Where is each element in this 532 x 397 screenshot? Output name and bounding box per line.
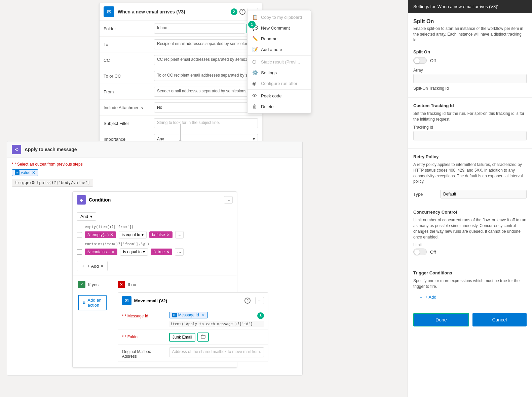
- condition-more-button[interactable]: ···: [224, 196, 233, 204]
- condition-value-close-1[interactable]: ✕: [166, 232, 170, 237]
- help-icon[interactable]: ?: [239, 9, 245, 15]
- peek-code-icon: 👁: [252, 93, 258, 98]
- apply-each-block: ⟲ Apply to each message * * Select an ou…: [7, 141, 303, 376]
- row1-more-button[interactable]: ···: [175, 231, 184, 238]
- include-attachments-dropdown[interactable]: No ▾: [154, 102, 258, 113]
- context-menu-settings[interactable]: ⚙️ Settings: [248, 67, 311, 78]
- message-id-chip[interactable]: ✉ Message Id ✕: [169, 312, 208, 318]
- plus-icon-condition: ＋: [419, 294, 423, 300]
- context-menu-delete[interactable]: 🗑 Delete: [248, 101, 311, 112]
- condition-formula-2: contains...: [92, 250, 110, 254]
- original-mailbox-label: Original Mailbox Address: [122, 347, 166, 359]
- trigger-card-header: ✉ When a new email arrives (V3) 2 ? ···: [100, 3, 262, 21]
- move-folder-input[interactable]: Junk Email: [169, 333, 196, 342]
- row2-more-button[interactable]: ···: [175, 248, 184, 256]
- move-email-title: Move email (V2): [134, 298, 242, 303]
- to-label: To: [104, 42, 154, 47]
- rename-label: Rename: [261, 36, 277, 41]
- array-input[interactable]: [413, 74, 527, 83]
- settings-label: Settings: [261, 70, 277, 75]
- step-badge-3: 3: [257, 312, 264, 319]
- toggle-knob: [414, 58, 420, 63]
- apply-each-icon: ⟲: [12, 145, 21, 154]
- msg-chip-close[interactable]: ✕: [202, 313, 205, 317]
- add-action-button[interactable]: Add an action: [78, 295, 107, 310]
- context-menu-copy[interactable]: 📋 Copy to my clipboard: [248, 12, 311, 23]
- move-email-help-icon[interactable]: ?: [244, 298, 251, 304]
- condition-value-chip-1[interactable]: fx false ✕: [149, 231, 173, 238]
- folder-row-move: Junk Email: [169, 333, 264, 342]
- split-on-sub: Split On Off Array Split-On Tracking Id: [408, 47, 532, 95]
- split-on-toggle-row: Off: [413, 57, 527, 64]
- condition-value-close-2[interactable]: ✕: [166, 250, 169, 254]
- condition-chip-2[interactable]: fx contains... ✕: [85, 249, 117, 255]
- cc-input[interactable]: CC recipient email addresses separated b…: [154, 55, 258, 65]
- concurrency-toggle[interactable]: [413, 249, 427, 255]
- message-id-row: * * Message Id ✉ Message Id ✕: [118, 309, 268, 330]
- condition-checkbox-2[interactable]: [77, 249, 82, 255]
- context-menu-new-comment[interactable]: 💬 New Comment: [248, 23, 311, 33]
- original-mailbox-row: Original Mailbox Address Address of the …: [118, 345, 268, 362]
- move-email-more-button[interactable]: ···: [255, 297, 264, 304]
- context-menu-static-result[interactable]: ⬡ Static result (Previ...: [248, 56, 311, 67]
- condition-sub-text-2: contains(item()?['from'],'@'): [77, 241, 233, 248]
- value-chip-icon: ✉: [15, 170, 20, 175]
- and-dropdown[interactable]: And ▾: [77, 212, 96, 221]
- to-or-cc-input[interactable]: To or CC recipient email addresses separ…: [154, 71, 258, 81]
- concurrency-section: Concurrency Control Limit number of conc…: [408, 207, 532, 262]
- condition-chip-close-2[interactable]: ✕: [111, 250, 115, 254]
- value-chip-text: value: [21, 170, 31, 175]
- svg-rect-5: [201, 335, 205, 338]
- retry-policy-desc: A retry policy applies to intermittent f…: [413, 162, 527, 187]
- svg-rect-1: [83, 302, 84, 303]
- condition-equals-2[interactable]: is equal to ▾: [120, 248, 148, 256]
- condition-equals-1[interactable]: is equal to ▾: [119, 231, 147, 238]
- condition-value-chip-2[interactable]: fx true ✕: [151, 249, 172, 255]
- value-chip-close-button[interactable]: ✕: [32, 170, 35, 175]
- original-mailbox-input[interactable]: Address of the shared mailbox to move ma…: [169, 347, 264, 357]
- fx-icon-2: fx: [87, 250, 90, 254]
- context-menu-peek-code[interactable]: 👁 Peek code: [248, 90, 311, 101]
- split-on-title: Split On: [408, 13, 532, 26]
- condition-checkbox-1[interactable]: [77, 232, 82, 237]
- to-or-cc-label: To or CC: [104, 74, 154, 79]
- move-email-header: ✉ Move email (V2) ? ···: [118, 293, 268, 309]
- condition-value-2: true: [158, 250, 165, 254]
- configure-run-label: Configure run after: [261, 81, 297, 86]
- condition-icon: ◆: [77, 195, 86, 205]
- condition-chip-1[interactable]: fx empty(...) ✕: [85, 231, 116, 238]
- from-row: From Sender email addresses separated by…: [100, 84, 262, 100]
- branch-yes-label: If yes: [88, 282, 99, 287]
- apply-each-header: ⟲ Apply to each message: [7, 141, 302, 158]
- retry-type-value[interactable]: Default: [440, 190, 527, 198]
- value-chip[interactable]: ✉ value ✕: [12, 169, 38, 176]
- move-folder-picker-button[interactable]: [197, 333, 209, 342]
- condition-operator-2: is equal to: [123, 250, 142, 254]
- context-menu-add-note[interactable]: 📝 Add a note: [248, 44, 311, 55]
- condition-add-button[interactable]: ＋ + Add ▾: [77, 261, 108, 271]
- to-input[interactable]: Recipient email addresses separated by s…: [154, 39, 258, 49]
- from-input[interactable]: Sender email addresses separated by semi…: [154, 87, 258, 97]
- items-expression: items('Apply_to_each_message')?['id']: [169, 321, 264, 327]
- folder-input-group: Inbox: [154, 24, 258, 34]
- fx-icon-val-2: fx: [153, 250, 156, 254]
- split-on-toggle[interactable]: [413, 57, 427, 64]
- split-on-description: Enable split-on to start an instance of …: [408, 26, 532, 47]
- context-menu-configure-run[interactable]: ◉ Configure run after: [248, 78, 311, 89]
- context-menu-rename[interactable]: ✏️ Rename: [248, 33, 311, 44]
- tracking-id-input[interactable]: [413, 131, 527, 140]
- add-condition-button[interactable]: ＋ + Add: [413, 292, 527, 302]
- done-button[interactable]: Done: [413, 313, 469, 326]
- condition-chip-close-1[interactable]: ✕: [110, 232, 113, 237]
- move-folder-label: * * Folder: [122, 333, 166, 339]
- concurrency-knob: [414, 250, 420, 255]
- split-on-tracking-label: Split-On Tracking Id: [413, 86, 527, 91]
- cc-row: CC CC recipient email addresses separate…: [100, 52, 262, 68]
- branch-no-header: ✕ If no: [118, 281, 268, 288]
- done-cancel-row: Done Cancel: [408, 308, 532, 332]
- from-label: From: [104, 89, 154, 94]
- folder-input[interactable]: Inbox: [154, 24, 245, 34]
- trigger-conditions-section: Trigger Conditions Specify one or more e…: [408, 268, 532, 308]
- subject-filter-input[interactable]: String to look for in the subject line.: [154, 118, 258, 128]
- cancel-button[interactable]: Cancel: [472, 313, 527, 326]
